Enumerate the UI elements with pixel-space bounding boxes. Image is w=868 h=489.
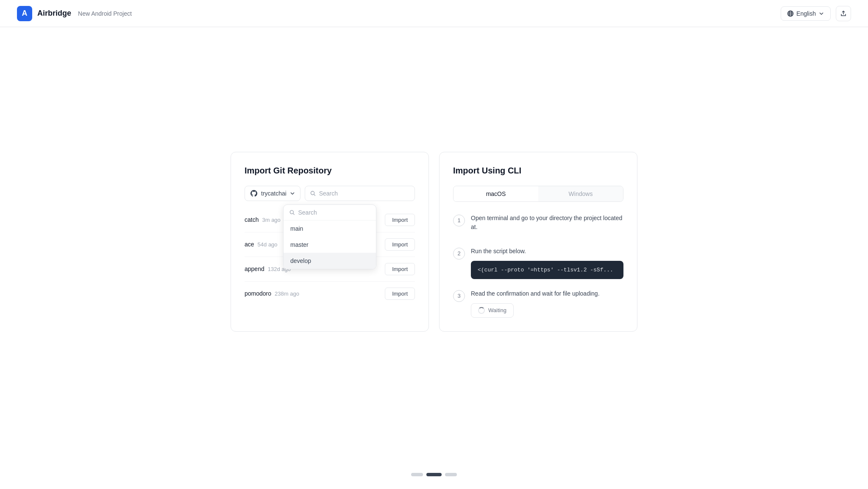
branch-item-main[interactable]: main [284, 221, 376, 237]
branch-item-develop[interactable]: develop [284, 253, 376, 269]
step-text-2: Run the script below. [471, 247, 623, 256]
import-cli-card: Import Using CLI macOS Windows 1 Open te… [439, 152, 637, 332]
app-name: Airbridge [37, 9, 71, 18]
step-content-1: Open terminal and go to your directory t… [471, 214, 623, 237]
code-block: <(curl --proto '=https' --tlsv1.2 -sSf..… [471, 261, 623, 279]
pagination [0, 464, 868, 489]
pagination-dot-1[interactable] [411, 473, 423, 476]
globe-icon [787, 10, 794, 17]
project-name: New Android Project [78, 10, 132, 17]
pagination-dot-3[interactable] [445, 473, 457, 476]
repo-time: 238m ago [275, 291, 299, 297]
import-button-ace[interactable]: Import [385, 238, 415, 251]
repo-controls: trycatchai [245, 186, 415, 201]
waiting-label: Waiting [488, 307, 506, 313]
step-number-3: 3 [453, 290, 465, 302]
chevron-down-icon [290, 191, 295, 196]
step-content-2: Run the script below. <(curl --proto '=h… [471, 247, 623, 279]
branch-dropdown: main master develop [283, 204, 376, 269]
step-1: 1 Open terminal and go to your directory… [453, 214, 623, 237]
tab-macos[interactable]: macOS [453, 186, 538, 201]
share-icon [840, 10, 847, 17]
cards-container: Import Git Repository trycatchai [231, 152, 637, 332]
branch-search-wrapper [284, 205, 376, 221]
repo-info: ace 54d ago [245, 241, 278, 248]
branch-item-master[interactable]: master [284, 237, 376, 253]
spinner-icon [478, 307, 485, 314]
user-select[interactable]: trycatchai [245, 186, 300, 201]
steps-list: 1 Open terminal and go to your directory… [453, 214, 623, 318]
tab-windows[interactable]: Windows [538, 186, 623, 201]
table-row: pomodoro 238m ago Import [245, 282, 415, 306]
chevron-down-icon [818, 11, 824, 17]
step-content-3: Read the confirmation and wait for file … [471, 289, 623, 318]
cli-card-title: Import Using CLI [453, 166, 623, 176]
header-right: English [781, 6, 851, 21]
repo-search-wrapper [305, 186, 415, 201]
github-icon [250, 190, 258, 197]
svg-line-9 [293, 213, 294, 215]
header: A Airbridge New Android Project English [0, 0, 868, 27]
import-git-card: Import Git Repository trycatchai [231, 152, 429, 332]
import-button-append[interactable]: Import [385, 263, 415, 275]
step-2: 2 Run the script below. <(curl --proto '… [453, 247, 623, 279]
repo-time: 54d ago [258, 241, 278, 248]
step-text-1: Open terminal and go to your directory t… [471, 214, 623, 232]
svg-point-8 [290, 210, 293, 214]
step-number-2: 2 [453, 248, 465, 260]
step-3: 3 Read the confirmation and wait for fil… [453, 289, 623, 318]
header-left: A Airbridge New Android Project [17, 6, 132, 21]
repo-info: pomodoro 238m ago [245, 290, 299, 297]
repo-name: ace [245, 241, 254, 248]
branch-search-input[interactable] [298, 209, 370, 216]
import-button-catch[interactable]: Import [385, 214, 415, 226]
search-icon [310, 190, 316, 196]
user-name: trycatchai [261, 190, 287, 197]
repo-name: append [245, 265, 264, 272]
waiting-button: Waiting [471, 303, 514, 318]
svg-line-7 [314, 194, 315, 196]
repo-name: catch [245, 216, 259, 223]
language-selector[interactable]: English [781, 6, 831, 21]
git-card-title: Import Git Repository [245, 166, 415, 176]
language-label: English [796, 10, 816, 17]
pagination-dot-2[interactable] [426, 473, 442, 476]
logo-icon: A [17, 6, 32, 21]
os-tabs: macOS Windows [453, 186, 623, 202]
import-button-pomodoro[interactable]: Import [385, 288, 415, 300]
svg-point-6 [311, 191, 314, 194]
branch-search-icon [289, 210, 295, 215]
repo-time: 3m ago [262, 217, 280, 223]
main-content: Import Git Repository trycatchai [0, 27, 868, 464]
share-button[interactable] [836, 6, 851, 21]
step-text-3: Read the confirmation and wait for file … [471, 289, 623, 298]
step-number-1: 1 [453, 215, 465, 226]
repo-search-input[interactable] [319, 190, 409, 197]
repo-info: catch 3m ago [245, 216, 281, 223]
repo-name: pomodoro [245, 290, 271, 297]
